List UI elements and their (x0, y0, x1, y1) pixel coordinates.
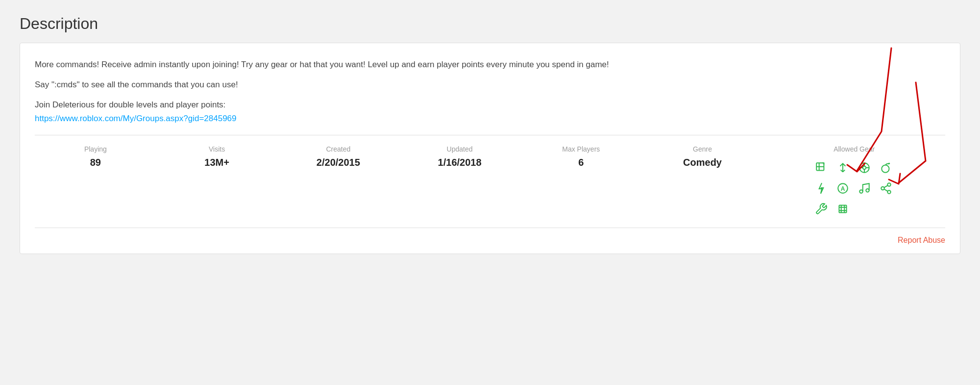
social-icon (877, 180, 895, 197)
playing-value: 89 (35, 157, 156, 168)
playing-label: Playing (35, 145, 156, 153)
ranged-icon (834, 159, 852, 177)
stat-updated: Updated 1/16/2018 (399, 145, 520, 168)
svg-point-13 (888, 162, 890, 164)
svg-line-22 (884, 185, 888, 187)
build-icon (812, 200, 830, 218)
genre-value: Comedy (642, 157, 763, 168)
updated-label: Updated (399, 145, 520, 153)
report-row: Report Abuse (35, 228, 945, 254)
svg-point-17 (866, 189, 869, 192)
stat-playing: Playing 89 (35, 145, 156, 168)
svg-point-19 (881, 187, 884, 190)
description-paragraph2: Say ":cmds" to see all the commands that… (35, 78, 945, 91)
genre-label: Genre (642, 145, 763, 153)
stat-genre: Genre Comedy (642, 145, 763, 168)
stat-max-players: Max Players 6 (520, 145, 642, 168)
created-label: Created (277, 145, 399, 153)
navigation-icon (856, 159, 873, 177)
description-body: More commands! Receive admin instantly u… (35, 58, 945, 125)
transport-icon (834, 200, 852, 218)
explosive-icon (877, 159, 895, 177)
svg-text:A: A (841, 185, 845, 192)
max-players-label: Max Players (520, 145, 642, 153)
group-link[interactable]: https://www.roblox.com/My/Groups.aspx?gi… (35, 114, 237, 123)
stat-allowed-gear: Allowed Gear (763, 145, 945, 218)
report-abuse-button[interactable]: Report Abuse (898, 236, 945, 245)
visits-label: Visits (156, 145, 278, 153)
stats-row: Playing 89 Visits 13M+ Created 2/20/2015… (35, 135, 945, 228)
melee-icon (812, 159, 830, 177)
created-value: 2/20/2015 (277, 157, 399, 168)
svg-point-18 (887, 183, 891, 186)
description-paragraph3: Join Deleterious for double levels and p… (35, 98, 945, 125)
svg-line-21 (884, 189, 888, 191)
svg-point-7 (863, 166, 866, 170)
svg-point-16 (859, 190, 863, 193)
svg-point-20 (887, 190, 891, 194)
description-card: More commands! Receive admin instantly u… (20, 43, 960, 254)
stat-visits: Visits 13M+ (156, 145, 278, 168)
stat-created: Created 2/20/2015 (277, 145, 399, 168)
navigation2-icon: A (834, 180, 852, 197)
svg-point-12 (882, 165, 889, 172)
visits-value: 13M+ (156, 157, 278, 168)
max-players-value: 6 (520, 157, 642, 168)
description-paragraph1: More commands! Receive admin instantly u… (35, 58, 945, 71)
page-title: Description (20, 15, 960, 33)
gear-icons-grid: A (812, 159, 896, 218)
updated-value: 1/16/2018 (399, 157, 520, 168)
svg-rect-23 (839, 205, 847, 212)
allowed-gear-label: Allowed Gear (763, 145, 945, 153)
music-icon (856, 180, 873, 197)
power-icon (812, 180, 830, 197)
